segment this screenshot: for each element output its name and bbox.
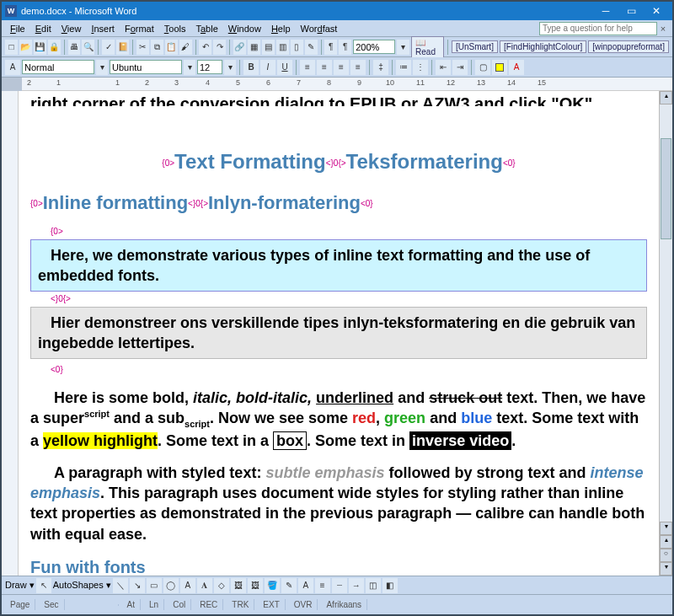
font-dropdown-icon[interactable]: ▾	[184, 60, 195, 75]
insert-table-icon[interactable]: ▤	[262, 40, 275, 55]
undo-icon[interactable]: ↶	[199, 40, 211, 55]
help-search-input[interactable]	[539, 22, 657, 35]
browse-next-icon[interactable]: ▾	[660, 562, 672, 576]
highlight-icon[interactable]	[492, 60, 507, 75]
cut-icon[interactable]: ✂	[136, 40, 149, 55]
document-viewport[interactable]: right corner of the conversion dialog to…	[19, 91, 659, 576]
horizontal-ruler[interactable]: 2 1 1 2 3 4 5 6 7 8 9 10 11 12 13 14 15	[2, 78, 672, 91]
copy-icon[interactable]: ⧉	[151, 40, 163, 55]
status-ovr[interactable]: OVR	[289, 599, 318, 610]
permission-icon[interactable]: 🔒	[48, 40, 61, 55]
menu-insert[interactable]: Insert	[86, 22, 120, 35]
font-color-icon[interactable]: A	[509, 60, 524, 75]
vertical-scrollbar[interactable]: ▴ ▾ ▴ ○ ▾	[659, 91, 672, 576]
source-segment[interactable]: Here, we demonstrate various types of in…	[30, 239, 647, 292]
drawing-icon[interactable]: ✎	[305, 40, 318, 55]
justify-icon[interactable]: ≡	[350, 60, 366, 75]
scroll-down-icon[interactable]: ▾	[660, 522, 672, 535]
oval-icon[interactable]: ◯	[163, 578, 179, 593]
dash-style-icon[interactable]: ┄	[332, 578, 347, 593]
columns-icon[interactable]: ▯	[291, 40, 303, 55]
hyperlink-icon[interactable]: 🔗	[233, 40, 246, 55]
borders-icon[interactable]: ▢	[475, 60, 490, 75]
show-hide-icon[interactable]: ¶	[339, 40, 351, 55]
excel-icon[interactable]: ▥	[276, 40, 289, 55]
bullets-icon[interactable]: ⋮	[413, 60, 428, 75]
menu-format[interactable]: Format	[120, 22, 159, 35]
menu-help[interactable]: Help	[266, 22, 296, 35]
status-trk[interactable]: TRK	[227, 599, 254, 610]
doc-close-icon[interactable]: ×	[657, 24, 669, 34]
new-doc-icon[interactable]: □	[5, 40, 18, 55]
print-icon[interactable]: 🖶	[68, 40, 81, 55]
style-select[interactable]	[22, 60, 94, 74]
size-dropdown-icon[interactable]: ▾	[224, 60, 236, 75]
font-select[interactable]	[110, 60, 182, 74]
menu-tools[interactable]: Tools	[159, 22, 191, 35]
increase-indent-icon[interactable]: ⇥	[452, 60, 468, 75]
line-icon[interactable]: ＼	[113, 578, 128, 593]
shadow-icon[interactable]: ◫	[366, 578, 381, 593]
spellcheck-icon[interactable]: ✓	[102, 40, 115, 55]
arrow-style-icon[interactable]: →	[349, 578, 364, 593]
style-dropdown-icon[interactable]: ▾	[96, 60, 108, 75]
styles-pane-icon[interactable]: A	[5, 60, 20, 75]
maximize-button[interactable]: ▭	[618, 3, 644, 19]
browse-prev-icon[interactable]: ▴	[660, 535, 672, 549]
textbox-icon[interactable]: A	[180, 578, 195, 593]
menu-view[interactable]: View	[56, 22, 87, 35]
vertical-ruler[interactable]	[2, 91, 19, 576]
menu-file[interactable]: File	[5, 22, 30, 35]
rectangle-icon[interactable]: ▭	[147, 578, 162, 593]
menu-window[interactable]: Window	[223, 22, 266, 35]
paste-icon[interactable]: 📋	[165, 40, 178, 55]
align-right-icon[interactable]: ≡	[334, 60, 349, 75]
print-preview-icon[interactable]: 🔍	[82, 40, 94, 55]
close-button[interactable]: ✕	[644, 3, 669, 19]
fontsize-select[interactable]	[197, 60, 222, 74]
menu-table[interactable]: Table	[190, 22, 222, 35]
line-color-icon[interactable]: ✎	[281, 578, 297, 593]
scroll-thumb[interactable]	[661, 138, 671, 239]
zoom-dropdown-icon[interactable]: ▾	[397, 40, 409, 55]
open-icon[interactable]: 📂	[19, 40, 32, 55]
menu-wordfast[interactable]: Wordfast	[296, 22, 343, 35]
research-icon[interactable]: 📔	[116, 40, 129, 55]
italic-icon[interactable]: I	[260, 60, 275, 75]
3d-icon[interactable]: ◧	[382, 578, 398, 593]
clipart-icon[interactable]: 🖼	[231, 578, 246, 593]
status-ext[interactable]: EXT	[258, 599, 285, 610]
docmap-icon[interactable]: ¶	[324, 40, 337, 55]
draw-menu[interactable]: Draw ▾	[5, 580, 35, 591]
winpopup-macro[interactable]: [winpopupreformat]	[588, 40, 669, 53]
findhl-macro[interactable]: [FindHighlightColour]	[500, 40, 586, 53]
autoshapes-menu[interactable]: AutoShapes ▾	[53, 580, 111, 591]
menu-edit[interactable]: Edit	[30, 22, 56, 35]
format-painter-icon[interactable]: 🖌	[179, 40, 192, 55]
underline-icon[interactable]: U	[277, 60, 292, 75]
wordart-icon[interactable]: 𝐀	[197, 578, 212, 593]
target-segment[interactable]: Hier demonstreer ons verskillende tipes …	[30, 307, 647, 360]
read-button[interactable]: 📖Read	[411, 36, 444, 58]
zoom-input[interactable]	[353, 40, 395, 54]
fill-color-icon[interactable]: 🪣	[265, 578, 280, 593]
align-left-icon[interactable]: ≡	[300, 60, 315, 75]
decrease-indent-icon[interactable]: ⇤	[436, 60, 451, 75]
numbering-icon[interactable]: ≔	[396, 60, 411, 75]
unsmart-macro[interactable]: [UnSmart]	[452, 40, 498, 53]
line-style-icon[interactable]: ≡	[315, 578, 330, 593]
diagram-icon[interactable]: ◇	[214, 578, 229, 593]
tables-borders-icon[interactable]: ▦	[248, 40, 260, 55]
bold-icon[interactable]: B	[243, 60, 259, 75]
line-spacing-icon[interactable]: ‡	[373, 60, 388, 75]
arrow-icon[interactable]: ↘	[130, 578, 145, 593]
browse-object-icon[interactable]: ○	[660, 549, 672, 562]
status-lang[interactable]: Afrikaans	[321, 599, 367, 610]
minimize-button[interactable]: ─	[593, 3, 618, 19]
align-center-icon[interactable]: ≡	[317, 60, 332, 75]
scroll-up-icon[interactable]: ▴	[660, 91, 672, 104]
picture-icon[interactable]: 🖼	[248, 578, 263, 593]
save-icon[interactable]: 💾	[34, 40, 46, 55]
select-objects-icon[interactable]: ↖	[36, 578, 51, 593]
status-rec[interactable]: REC	[195, 599, 223, 610]
